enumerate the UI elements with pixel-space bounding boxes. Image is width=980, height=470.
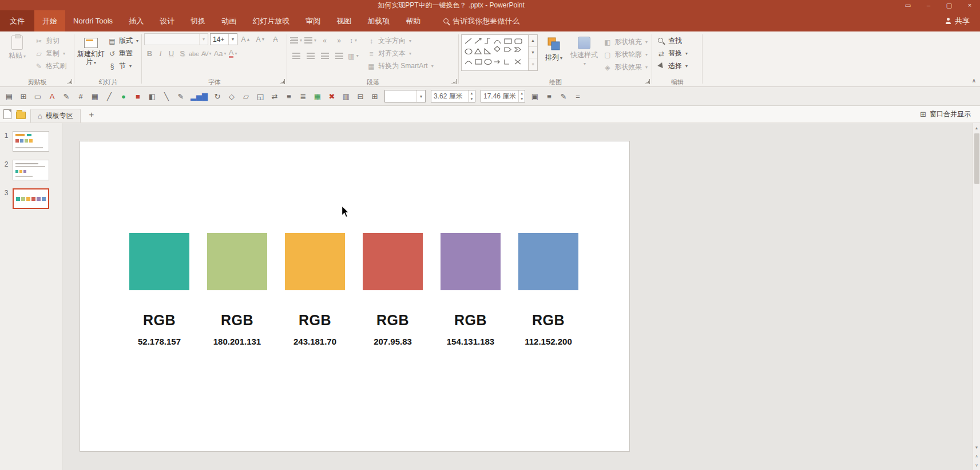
slide-1-thumbnail[interactable] <box>13 131 49 152</box>
increase-indent-button[interactable]: » <box>332 34 346 46</box>
list-icon[interactable]: ≡ <box>545 92 554 101</box>
swatch-color-box[interactable] <box>285 233 345 290</box>
justify-button[interactable] <box>332 50 346 62</box>
swatch-rgb-value[interactable]: 112.152.200 <box>518 337 578 346</box>
new-tab-button[interactable]: + <box>85 108 98 121</box>
align-left-button[interactable] <box>289 50 303 62</box>
scroll-up-button[interactable]: ▲ <box>973 123 980 132</box>
layout-picker-icon[interactable]: ▣ <box>530 92 539 101</box>
scrollbar-thumb[interactable] <box>974 133 979 184</box>
rotate-icon[interactable]: ↻ <box>213 92 222 101</box>
section-button[interactable]: §节 <box>105 60 141 72</box>
paragraph-dialog-launcher[interactable] <box>451 79 457 84</box>
gallery-more-button[interactable]: ≡ <box>529 58 537 70</box>
width-spinner[interactable]: ▲▼ <box>468 90 475 102</box>
swatch-rgb-value[interactable]: 243.181.70 <box>285 337 345 346</box>
picture-icon[interactable]: ▦ <box>90 92 100 101</box>
align-right-button[interactable] <box>318 50 331 62</box>
align-objects-icon[interactable]: ≡ <box>284 92 293 101</box>
delete-icon[interactable]: ✖ <box>327 92 336 101</box>
text-direction-button[interactable]: ↕文字方向 <box>364 35 436 47</box>
ribbon-display-options-button[interactable]: ▭ <box>898 0 918 10</box>
new-presentation-icon[interactable] <box>3 109 11 119</box>
bullets-button[interactable] <box>289 34 303 46</box>
layout-button[interactable]: ▤版式 <box>105 35 141 47</box>
shape-gallery[interactable] <box>461 34 529 71</box>
ribbon-tab[interactable]: Nordri Tools <box>65 10 121 31</box>
ribbon-tab[interactable]: 切换 <box>182 10 213 31</box>
change-case-button[interactable]: Aa <box>213 48 228 60</box>
ribbon-tab[interactable]: 加载项 <box>359 10 398 31</box>
textbox-icon[interactable]: ▭ <box>33 92 42 101</box>
align-text-button[interactable]: ≡对齐文本 <box>364 48 436 60</box>
arrange-button[interactable]: 排列 <box>540 34 568 62</box>
find-button[interactable]: 查找 <box>654 35 690 47</box>
distribute-icon[interactable]: ≣ <box>299 92 308 101</box>
table-green-icon[interactable]: ▦ <box>313 92 322 101</box>
slide-3-thumbnail[interactable] <box>13 188 49 209</box>
record-green-icon[interactable]: ● <box>119 92 128 101</box>
vertical-scrollbar[interactable]: ▲ ▼ ∧ ∨ <box>973 123 980 470</box>
swatch-rgb-label[interactable]: RGB <box>129 312 189 329</box>
decrease-indent-button[interactable]: « <box>318 34 331 46</box>
swatch-color-box[interactable] <box>518 233 578 290</box>
swatch-rgb-label[interactable]: RGB <box>441 312 501 329</box>
format-painter-button[interactable]: ✎格式刷 <box>32 60 69 72</box>
previous-slide-button[interactable]: ∧ <box>973 452 980 461</box>
align-center-button[interactable] <box>304 50 317 62</box>
ribbon-tab[interactable]: 开始 <box>34 10 65 31</box>
gallery-scroll-up-button[interactable]: ▲ <box>529 35 537 47</box>
ribbon-tab[interactable]: 动画 <box>213 10 244 31</box>
replace-button[interactable]: ⇄替换 <box>654 48 690 60</box>
swatch-rgb-value[interactable]: 180.201.131 <box>207 337 267 346</box>
collapse-ribbon-button[interactable]: ∧ <box>972 77 976 84</box>
font-color-icon[interactable]: A <box>47 92 57 101</box>
ribbon-tab[interactable]: 设计 <box>152 10 182 31</box>
equal-size-icon[interactable]: = <box>573 92 582 101</box>
font-size-combo[interactable]: 14+▾ <box>210 33 237 45</box>
format-brush-icon[interactable]: ✎ <box>559 92 568 101</box>
drawing-dialog-launcher[interactable] <box>645 79 650 84</box>
height-spinner[interactable]: ▲▼ <box>518 90 525 102</box>
swatch-color-box[interactable] <box>207 233 267 290</box>
swatch-color-box[interactable] <box>129 233 189 290</box>
line-spacing-button[interactable]: ↕ <box>347 34 360 46</box>
tell-me-search[interactable]: 告诉我你想要做什么 <box>443 10 519 31</box>
slide-editing-surface[interactable]: RGB 52.178.157 RGB 180.201.131 RGB 243.1… <box>80 141 629 451</box>
numbering-button[interactable] <box>304 34 317 46</box>
minimize-button[interactable]: – <box>918 0 939 10</box>
shape-outline-button[interactable]: ▢形状轮廓 <box>601 49 650 61</box>
copy-button[interactable]: ▱复制 <box>32 48 69 60</box>
font-name-dropdown-icon[interactable]: ▾ <box>199 34 208 45</box>
font-name-combo[interactable]: ▾ <box>144 33 208 45</box>
shapes-icon[interactable]: ◇ <box>227 92 236 101</box>
numbering-icon[interactable]: # <box>76 92 85 101</box>
pen-icon[interactable]: ✎ <box>62 92 71 101</box>
bold-button[interactable]: B <box>144 48 155 60</box>
grid-icon[interactable]: ⊞ <box>370 92 379 101</box>
cut-button[interactable]: ✂剪切 <box>32 35 69 47</box>
scroll-down-button[interactable]: ▼ <box>973 443 980 452</box>
grow-font-button[interactable]: A▲ <box>239 33 252 45</box>
brush-icon[interactable]: ✎ <box>176 92 185 101</box>
character-spacing-button[interactable]: AV <box>200 48 213 60</box>
swatch-rgb-value[interactable]: 207.95.83 <box>363 337 423 346</box>
swatch-rgb-label[interactable]: RGB <box>285 312 345 329</box>
font-size-dropdown-icon[interactable]: ▾ <box>228 34 237 45</box>
swatch-rgb-label[interactable]: RGB <box>518 312 578 329</box>
swatch-rgb-label[interactable]: RGB <box>363 312 423 329</box>
line-style-icon[interactable]: ╱ <box>105 92 114 101</box>
share-button[interactable]: 共享 <box>935 10 980 31</box>
font-color-button[interactable]: A <box>228 48 239 60</box>
reset-button[interactable]: ↺重置 <box>105 48 141 60</box>
style-picker-combo[interactable]: ▾ <box>384 90 426 102</box>
select-button[interactable]: 选择 <box>654 60 690 72</box>
group-icon[interactable]: ◱ <box>256 92 265 101</box>
convert-to-smartart-button[interactable]: ▦转换为 SmartArt <box>364 60 436 72</box>
new-slide-button[interactable]: 新建幻灯片 <box>77 33 105 67</box>
gallery-scroll-down-button[interactable]: ▼ <box>529 47 537 59</box>
close-button[interactable]: × <box>959 0 980 10</box>
merge-windows-button[interactable]: ⊞ 窗口合并显示 <box>920 109 977 119</box>
template-zone-tab[interactable]: ⌂ 模板专区 <box>30 109 81 123</box>
quick-styles-button[interactable]: 快速样式 <box>570 34 598 68</box>
